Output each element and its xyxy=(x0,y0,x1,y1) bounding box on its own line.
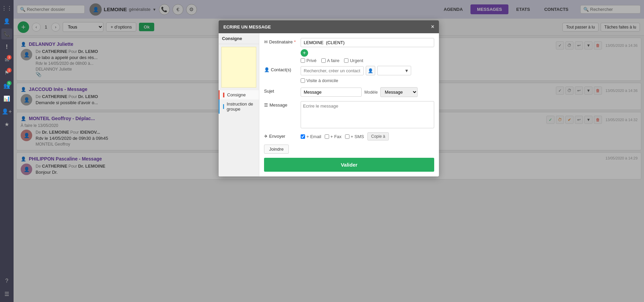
urgent-checkbox[interactable]: Urgent xyxy=(344,58,363,63)
envoyer-options: + Email + Fax + SMS Copie à xyxy=(301,132,389,140)
visite-row: Visite à domicile xyxy=(264,78,434,83)
modal-right-panel: ✉ Destinataire * + Privé xyxy=(259,33,439,176)
sujet-inputs: Modèle Message xyxy=(301,87,418,97)
phone-icon[interactable]: 📞 xyxy=(1,29,12,39)
modele-select[interactable]: Message xyxy=(380,87,418,97)
modal-nav-consigne[interactable]: Consigne xyxy=(219,90,259,99)
help-icon[interactable]: ? xyxy=(1,276,12,286)
modal-left-panel: Consigne Consigne Instruction de groupe xyxy=(219,33,259,176)
afaire-checkbox[interactable]: A faire xyxy=(321,58,340,63)
destinataire-options-row: + Privé A faire Urgent xyxy=(264,49,434,63)
message-label: ☰ Message xyxy=(264,101,298,108)
contact-dropdown[interactable]: ▼ xyxy=(377,66,411,75)
star-icon[interactable]: ★ xyxy=(1,119,12,130)
modal-header: ECRIRE UN MESSAGE × xyxy=(219,20,439,33)
destinataire-input[interactable] xyxy=(301,38,434,47)
email-check[interactable] xyxy=(301,134,305,139)
destinataire-row: ✉ Destinataire * xyxy=(264,38,434,47)
sms-option[interactable]: + SMS xyxy=(345,134,364,139)
modal-overlay: ECRIRE UN MESSAGE × Consigne Consigne In… xyxy=(14,0,644,302)
contacts-row: 👤 Contact(s) 👤 ▼ xyxy=(264,66,434,75)
modal-close-button[interactable]: × xyxy=(431,24,434,30)
sujet-input[interactable] xyxy=(301,88,362,97)
sujet-label: Sujet xyxy=(264,87,298,94)
prive-check[interactable] xyxy=(301,58,305,63)
sidebar: ⋮⋮ 👤 📞 ! ✉3 ⚑1 👥5 📊 👤+ ★ ? ☰ xyxy=(0,0,14,302)
user-icon[interactable]: 👤 xyxy=(1,16,12,26)
fax-check[interactable] xyxy=(325,134,329,139)
modal-note-area[interactable] xyxy=(221,47,256,88)
chart-icon[interactable]: 📊 xyxy=(1,93,12,104)
sujet-row: Sujet Modèle Message xyxy=(264,87,434,97)
envoyer-label: ✈ Envoyer xyxy=(264,132,298,139)
visite-domicile-checkbox[interactable]: Visite à domicile xyxy=(301,78,338,83)
modal-nav-instruction[interactable]: Instruction de groupe xyxy=(219,99,259,114)
afaire-check[interactable] xyxy=(321,58,326,63)
message-textarea[interactable] xyxy=(301,101,434,128)
flag-icon[interactable]: ⚑1 xyxy=(1,67,12,78)
email-option[interactable]: + Email xyxy=(301,134,321,139)
modal-title: ECRIRE UN MESSAGE xyxy=(223,24,271,30)
message-row: ☰ Message xyxy=(264,101,434,128)
users-badge: 5 xyxy=(7,81,12,86)
contact-person-btn[interactable]: 👤 xyxy=(366,66,375,75)
person-add-icon[interactable]: 👤+ xyxy=(1,106,12,117)
envoyer-row: ✈ Envoyer + Email + Fax xyxy=(264,132,434,140)
visite-check[interactable] xyxy=(301,78,305,83)
destinataire-label: ✉ Destinataire * xyxy=(264,38,298,44)
flag-badge: 1 xyxy=(7,68,12,73)
list-bottom-icon[interactable]: ☰ xyxy=(1,288,12,299)
mail-icon[interactable]: ✉3 xyxy=(1,54,12,65)
prive-checkbox[interactable]: Privé xyxy=(301,58,317,63)
joindre-button[interactable]: Joindre xyxy=(264,145,289,154)
contacts-label: 👤 Contact(s) xyxy=(264,66,298,72)
add-destinataire-button[interactable]: + xyxy=(301,49,308,57)
valider-button[interactable]: Valider xyxy=(264,158,434,172)
grid-icon[interactable]: ⋮⋮ xyxy=(1,3,12,14)
modele-label: Modèle xyxy=(364,90,378,95)
modal-body: Consigne Consigne Instruction de groupe … xyxy=(219,33,439,176)
mail-badge: 3 xyxy=(7,55,12,60)
users-icon[interactable]: 👥5 xyxy=(1,80,12,91)
copie-button[interactable]: Copie à xyxy=(367,132,389,140)
sms-check[interactable] xyxy=(345,134,349,139)
message-options-checkboxes: Privé A faire Urgent xyxy=(301,58,363,63)
contact-search-input[interactable] xyxy=(301,66,364,75)
fax-option[interactable]: + Fax xyxy=(325,134,342,139)
required-marker: * xyxy=(294,39,296,44)
urgent-check[interactable] xyxy=(344,58,348,63)
alert-icon[interactable]: ! xyxy=(1,41,12,52)
modal-ecrire-message: ECRIRE UN MESSAGE × Consigne Consigne In… xyxy=(219,20,439,176)
contact-search: 👤 ▼ xyxy=(301,66,411,75)
modal-left-title: Consigne xyxy=(219,33,259,44)
